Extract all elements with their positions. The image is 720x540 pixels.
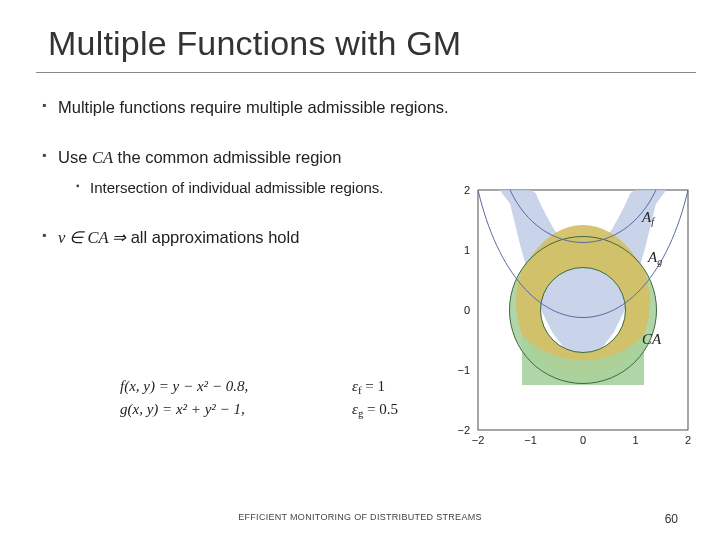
tick-x-m1: −1 [524,434,537,446]
eq-g: g(x, y) = x² + y² − 1, [120,398,300,421]
eps-f: εf = 1 [352,375,412,398]
bullet-3-math: v ∈ CA ⇒ [58,228,131,247]
figure-svg: 2 1 0 −1 −2 −2 −1 0 1 2 Af Ag CA [448,180,698,456]
footer-center-text: EFFICIENT MONITORING OF DISTRIBUTED STRE… [238,512,482,522]
bullet-list: Multiple functions require multiple admi… [42,96,462,249]
bullet-3-post: all approximations hold [131,228,300,246]
title-underline [36,72,696,73]
bullet-2-ca: CA [92,148,113,167]
bullet-2-sublist: Intersection of individual admissible re… [58,178,462,198]
tick-y-0: 0 [464,304,470,316]
tick-y-2: 2 [464,184,470,196]
eps-g: εg = 0.5 [352,398,412,421]
tick-y-m1: −1 [457,364,470,376]
label-CA: CA [642,331,662,347]
body-content: Multiple functions require multiple admi… [42,96,462,277]
bullet-2-pre: Use [58,148,92,166]
tick-y-m2: −2 [457,424,470,436]
bullet-1: Multiple functions require multiple admi… [42,96,462,118]
bullet-2-post: the common admissible region [113,148,341,166]
figure: 2 1 0 −1 −2 −2 −1 0 1 2 Af Ag CA [448,180,698,456]
tick-x-1: 1 [632,434,638,446]
tick-y-1: 1 [464,244,470,256]
page-number: 60 [665,512,678,526]
bullet-2: Use CA the common admissible region Inte… [42,146,462,198]
tick-x-2: 2 [685,434,691,446]
slide: Multiple Functions with GM Multiple func… [0,0,720,540]
bullet-2-sub: Intersection of individual admissible re… [76,178,462,198]
eq-f: f(x, y) = y − x² − 0.8, [120,375,300,398]
tick-x-m2: −2 [472,434,485,446]
equation-block: f(x, y) = y − x² − 0.8, εf = 1 g(x, y) =… [120,375,412,421]
bullet-3: v ∈ CA ⇒ all approximations hold [42,226,462,249]
slide-title: Multiple Functions with GM [48,24,461,63]
tick-x-0: 0 [580,434,586,446]
footer: EFFICIENT MONITORING OF DISTRIBUTED STRE… [0,512,720,532]
